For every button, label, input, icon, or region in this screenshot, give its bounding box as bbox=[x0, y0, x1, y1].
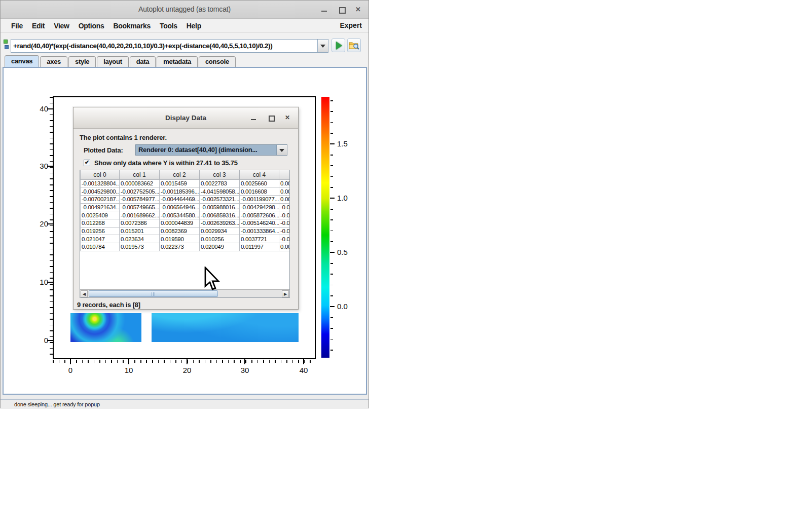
table-row[interactable]: -0.007002187... -0.005784977... -0.00446… bbox=[81, 195, 290, 203]
table-cell[interactable]: 0.020049 bbox=[200, 243, 240, 251]
menu-item[interactable]: Bookmarks bbox=[108, 21, 155, 31]
column-header[interactable]: col 3 bbox=[200, 170, 240, 179]
table-cell[interactable]: -0.004529800... bbox=[81, 187, 120, 196]
table-cell[interactable]: -0.001689662... bbox=[120, 211, 160, 219]
menu-item[interactable]: File bbox=[7, 21, 27, 31]
table-cell[interactable]: 0.019590 bbox=[160, 235, 200, 243]
table-cell[interactable]: 0.00 bbox=[279, 243, 290, 251]
table-cell[interactable]: 0.012268 bbox=[81, 219, 120, 227]
heatmap-strip-left[interactable] bbox=[70, 313, 141, 342]
table-cell[interactable]: 0.0025660 bbox=[240, 179, 279, 187]
table-cell[interactable]: 0.019256 bbox=[81, 227, 120, 235]
menu-item[interactable]: Options bbox=[74, 21, 109, 31]
table-cell[interactable]: -0.004921634... bbox=[81, 203, 120, 211]
table-cell[interactable]: 0.023634 bbox=[120, 235, 160, 243]
window-minimize-icon[interactable] bbox=[320, 6, 329, 14]
menu-item[interactable]: Help bbox=[182, 21, 206, 31]
table-row[interactable]: 0.010784 0.019573 0.022373 0.020049 0.01… bbox=[81, 243, 290, 251]
table-cell[interactable]: -0.005749665... bbox=[120, 203, 160, 211]
window-close-icon[interactable] bbox=[354, 6, 363, 14]
scrollbar-thumb[interactable] bbox=[89, 290, 218, 297]
combobox-arrow-icon[interactable] bbox=[276, 145, 287, 155]
table-cell[interactable]: 0.022373 bbox=[160, 243, 200, 251]
tab[interactable]: canvas bbox=[5, 55, 39, 67]
table-cell[interactable]: 0.0029934 bbox=[200, 227, 240, 235]
column-header[interactable]: col 1 bbox=[120, 170, 160, 179]
table-cell[interactable]: 0.000083662 bbox=[120, 179, 160, 187]
table-cell[interactable]: -4.041598058... bbox=[200, 187, 240, 196]
menu-item[interactable]: View bbox=[49, 21, 73, 31]
heatmap-strip-right[interactable] bbox=[152, 313, 299, 342]
table-cell[interactable]: 0.0072386 bbox=[120, 219, 160, 227]
table-cell[interactable]: 0.021047 bbox=[81, 235, 120, 243]
window-maximize-icon[interactable] bbox=[337, 6, 346, 14]
table-cell[interactable]: 0.0037721 bbox=[240, 235, 279, 243]
table-cell[interactable]: -0.0 bbox=[279, 235, 290, 243]
table-cell[interactable]: -0.004464469... bbox=[160, 195, 200, 203]
table-cell[interactable]: -0.001328804... bbox=[81, 179, 120, 187]
dialog-titlebar[interactable]: Display Data bbox=[73, 107, 298, 129]
table-cell[interactable]: -0.002639263... bbox=[200, 219, 240, 227]
tab[interactable]: layout bbox=[97, 56, 128, 67]
uri-dropdown-icon[interactable] bbox=[317, 40, 328, 52]
table-cell[interactable]: 0.019573 bbox=[120, 243, 160, 251]
table-row[interactable]: 0.019256 0.015201 0.0082369 0.0029934 -0… bbox=[81, 227, 290, 235]
go-plot-button[interactable] bbox=[331, 39, 345, 52]
table-cell[interactable]: 0.010256 bbox=[200, 235, 240, 243]
window-titlebar[interactable]: Autoplot untagged (as tomcat) bbox=[1, 1, 368, 19]
table-row[interactable]: -0.001328804... 0.000083662 0.0015459 0.… bbox=[81, 179, 290, 187]
menu-item[interactable]: Tools bbox=[155, 21, 182, 31]
scroll-left-icon[interactable]: ◀ bbox=[81, 290, 88, 297]
table-cell[interactable]: 0.00 bbox=[279, 187, 290, 196]
table-cell[interactable]: -0.005872606... bbox=[240, 211, 279, 219]
table-cell[interactable]: -0.0 bbox=[279, 211, 290, 219]
menu-item[interactable]: Edit bbox=[27, 21, 49, 31]
table-row[interactable]: -0.004921634... -0.005749665... -0.00656… bbox=[81, 203, 290, 211]
table-cell[interactable]: -0.0 bbox=[279, 219, 290, 227]
table-cell[interactable]: 0.0025409 bbox=[81, 211, 120, 219]
table-row[interactable]: 0.021047 0.023634 0.019590 0.010256 0.00… bbox=[81, 235, 290, 243]
dialog-close-icon[interactable] bbox=[284, 115, 292, 122]
tab[interactable]: axes bbox=[40, 56, 67, 67]
open-file-button[interactable] bbox=[347, 39, 361, 52]
table-cell[interactable]: 0.015201 bbox=[120, 227, 160, 235]
table-cell[interactable]: 0.0016608 bbox=[240, 187, 279, 196]
column-header[interactable] bbox=[279, 170, 290, 179]
table-cell[interactable]: -0.002752505... bbox=[120, 187, 160, 196]
table-cell[interactable]: -0.0 bbox=[279, 203, 290, 211]
table-cell[interactable]: 0.0022783 bbox=[200, 179, 240, 187]
table-cell[interactable]: 0.00 bbox=[279, 195, 290, 203]
colorbar[interactable] bbox=[321, 97, 329, 358]
column-header[interactable]: col 4 bbox=[240, 170, 279, 179]
tab[interactable]: data bbox=[130, 56, 156, 67]
table-cell[interactable]: 0.010784 bbox=[81, 243, 120, 251]
column-header[interactable]: col 2 bbox=[160, 170, 200, 179]
tab[interactable]: console bbox=[199, 56, 236, 67]
table-row[interactable]: 0.0025409 -0.001689662... -0.005344580..… bbox=[81, 211, 290, 219]
tab[interactable]: metadata bbox=[157, 56, 198, 67]
table-cell[interactable]: -0.006859316... bbox=[200, 211, 240, 219]
table-cell[interactable]: -0.004294298... bbox=[240, 203, 279, 211]
column-header[interactable]: col 0 bbox=[81, 170, 120, 179]
table-cell[interactable]: -0.002573321... bbox=[200, 195, 240, 203]
table-cell[interactable]: -0.006564946... bbox=[160, 203, 200, 211]
table-row[interactable]: -0.004529800... -0.002752505... -0.00118… bbox=[81, 187, 290, 196]
table-cell[interactable]: -0.007002187... bbox=[81, 195, 120, 203]
table-cell[interactable]: -0.005344580... bbox=[160, 211, 200, 219]
scroll-right-icon[interactable]: ▶ bbox=[282, 290, 289, 297]
dialog-maximize-icon[interactable] bbox=[267, 115, 275, 122]
table-cell[interactable]: 0.0015459 bbox=[160, 179, 200, 187]
table-cell[interactable]: -0.001333864... bbox=[240, 227, 279, 235]
table-cell[interactable]: 0.00 bbox=[279, 179, 290, 187]
table-cell[interactable]: -0.005784977... bbox=[120, 195, 160, 203]
filter-checkbox[interactable] bbox=[84, 160, 90, 166]
uri-input[interactable] bbox=[11, 40, 317, 52]
horizontal-scrollbar[interactable]: ◀ ▶ bbox=[80, 289, 289, 297]
table-cell[interactable]: -0.001185396... bbox=[160, 187, 200, 196]
table-cell[interactable]: 0.0082369 bbox=[160, 227, 200, 235]
table-cell[interactable]: 0.011997 bbox=[240, 243, 279, 251]
table-cell[interactable]: -0.005146240... bbox=[240, 219, 279, 227]
table-cell[interactable]: 0.000044839 bbox=[160, 219, 200, 227]
table-cell[interactable]: -0.001199077... bbox=[240, 195, 279, 203]
tab[interactable]: style bbox=[68, 56, 96, 67]
